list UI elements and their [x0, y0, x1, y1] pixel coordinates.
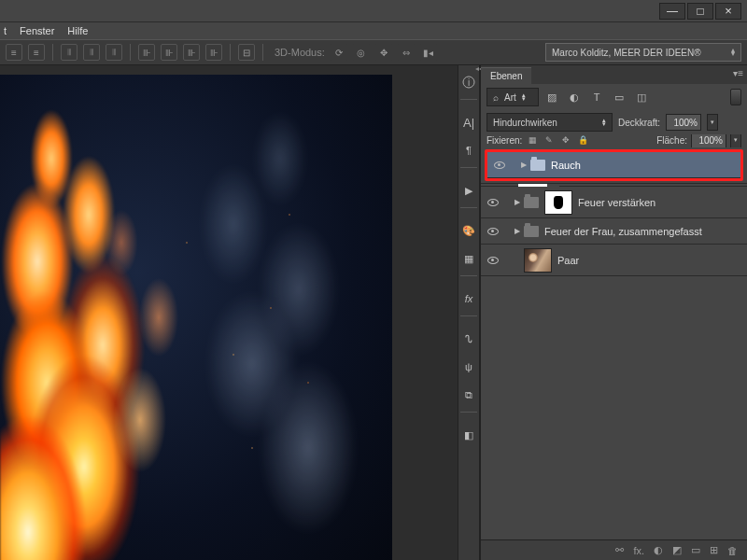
- distribute-icon-5[interactable]: ⊪: [161, 44, 177, 61]
- layer-name: Paar: [557, 255, 579, 266]
- layer-group-feuer-frau[interactable]: ▶ Feuer der Frau, zusammengefasst: [481, 218, 747, 245]
- eye-icon: [487, 228, 499, 235]
- paragraph-panel-icon[interactable]: ¶: [459, 141, 478, 160]
- filter-type-icon[interactable]: T: [587, 88, 606, 106]
- workspace-dropdown[interactable]: Marco Kolditz, MEER DER IDEEN® ▴▾: [545, 43, 741, 62]
- lock-pixels-icon[interactable]: ▦: [526, 134, 539, 147]
- info-panel-icon[interactable]: i: [459, 73, 478, 91]
- separator: [130, 44, 131, 61]
- slide-icon[interactable]: ⇔: [398, 44, 415, 61]
- color-panel-icon[interactable]: 🎨: [459, 221, 478, 240]
- blend-mode-value: Hindurchwirken: [493, 118, 557, 128]
- swatches-panel-icon[interactable]: ▦: [459, 249, 478, 268]
- orbit-icon[interactable]: ⟳: [331, 44, 347, 61]
- folder-icon: [530, 160, 545, 171]
- separator: [460, 315, 477, 316]
- search-icon: ⌕: [493, 92, 499, 103]
- opacity-label: Deckkraft:: [618, 118, 660, 128]
- separator: [230, 44, 231, 61]
- align-icon-1[interactable]: ≡: [6, 44, 22, 61]
- fill-value[interactable]: 100%: [691, 134, 726, 147]
- brush-panel-icon[interactable]: ᔐ: [459, 329, 478, 348]
- separator: [460, 275, 477, 276]
- menu-item-truncated[interactable]: t: [4, 25, 7, 36]
- options-bar: ≡ ≡ ⫴ ⫴ ⫴ ⊪ ⊪ ⊪ ⊪ ⊟ 3D-Modus: ⟳ ◎ ✥ ⇔ ▮◂…: [0, 39, 747, 65]
- filter-toggle[interactable]: [730, 89, 741, 105]
- folder-icon: [524, 226, 539, 237]
- fill-flyout-icon[interactable]: ▾: [730, 134, 741, 147]
- new-layer-icon[interactable]: ⊞: [710, 544, 718, 556]
- roll-icon[interactable]: ◎: [353, 44, 370, 61]
- separator: [52, 44, 53, 61]
- main-area: ◂◂ i A| ¶ ▶ 🎨 ▦ fx ᔐ ψ ⧉ ◧ Ebenen ▾≡ ⌕ A…: [0, 65, 747, 560]
- document-canvas[interactable]: [0, 75, 392, 560]
- visibility-toggle[interactable]: [491, 161, 508, 169]
- layer-name: Feuer der Frau, zusammengefasst: [544, 226, 702, 237]
- filter-kind-dropdown[interactable]: ⌕ Art ▴▾: [486, 88, 539, 106]
- filter-adjust-icon[interactable]: ◐: [565, 88, 584, 106]
- add-mask-icon[interactable]: ◐: [654, 544, 663, 556]
- distribute-icon-4[interactable]: ⊪: [138, 44, 155, 61]
- new-group-icon[interactable]: ▭: [691, 544, 700, 556]
- mask-thumbnail[interactable]: [544, 190, 572, 215]
- layer-thumbnail[interactable]: [524, 248, 552, 273]
- chevron-updown-icon: ▴▾: [602, 119, 606, 126]
- separator: [460, 167, 477, 168]
- menu-item-hilfe[interactable]: Hilfe: [67, 25, 88, 36]
- distribute-icon-7[interactable]: ⊪: [205, 44, 222, 61]
- separator: [262, 44, 263, 61]
- svg-text:i: i: [468, 77, 470, 88]
- maximize-button[interactable]: □: [687, 3, 713, 20]
- distribute-icon-2[interactable]: ⫴: [83, 44, 100, 61]
- minimize-button[interactable]: —: [659, 3, 685, 20]
- layer-group-rauch[interactable]: ▶ Rauch: [487, 152, 740, 178]
- link-layers-icon[interactable]: ⚯: [615, 544, 624, 556]
- disclosure-icon[interactable]: ▶: [521, 161, 530, 169]
- close-button[interactable]: ×: [715, 3, 741, 20]
- fx-icon[interactable]: fx.: [633, 545, 644, 556]
- separator: [460, 412, 477, 413]
- visibility-toggle[interactable]: [485, 228, 501, 235]
- filter-kind-label: Art: [504, 92, 516, 103]
- panel-menu-icon[interactable]: ▾≡: [733, 68, 743, 78]
- lock-position-icon[interactable]: ✥: [559, 134, 572, 147]
- distribute-icon-6[interactable]: ⊪: [183, 44, 200, 61]
- filter-shape-icon[interactable]: ▭: [610, 88, 628, 106]
- play-panel-icon[interactable]: ▶: [459, 181, 478, 200]
- filter-pixel-icon[interactable]: ▨: [543, 88, 561, 106]
- highlight-annotation: ▶ Rauch: [485, 149, 743, 181]
- folder-icon: [524, 197, 539, 208]
- layers-flyout-icon[interactable]: ◧: [459, 426, 478, 444]
- distribute-icon-3[interactable]: ⫴: [106, 44, 122, 61]
- menu-item-fenster[interactable]: Fenster: [20, 25, 54, 36]
- styles-panel-icon[interactable]: fx: [459, 289, 478, 308]
- chevron-updown-icon: ▴▾: [522, 93, 526, 101]
- brush-settings-icon[interactable]: ψ: [459, 357, 478, 376]
- lock-all-icon[interactable]: 🔒: [576, 134, 589, 147]
- camera-icon[interactable]: ▮◂: [420, 44, 437, 61]
- layers-panel-footer: ⚯ fx. ◐ ◩ ▭ ⊞ 🗑: [481, 539, 747, 560]
- lock-brush-icon[interactable]: ✎: [543, 134, 556, 147]
- disclosure-icon[interactable]: ▶: [514, 227, 524, 235]
- blend-mode-dropdown[interactable]: Hindurchwirken ▴▾: [486, 113, 613, 132]
- visibility-toggle[interactable]: [485, 199, 501, 206]
- align-icon-2[interactable]: ≡: [28, 44, 45, 61]
- layer-group-feuer-verstaerken[interactable]: ▶ Feuer verstärken: [481, 187, 747, 218]
- distribute-icon-1[interactable]: ⫴: [61, 44, 78, 61]
- layer-paar[interactable]: ▶ Paar: [481, 245, 747, 276]
- clone-source-icon[interactable]: ⧉: [459, 385, 478, 404]
- opacity-flyout-icon[interactable]: ▾: [707, 114, 718, 131]
- visibility-toggle[interactable]: [485, 257, 501, 264]
- eye-icon: [487, 257, 499, 264]
- tab-ebenen[interactable]: Ebenen: [481, 67, 531, 84]
- delete-layer-icon[interactable]: 🗑: [727, 545, 738, 556]
- pan-icon[interactable]: ✥: [375, 44, 392, 61]
- opacity-value[interactable]: 100%: [666, 114, 701, 131]
- fill-label: Fläche:: [656, 135, 687, 146]
- adjustment-layer-icon[interactable]: ◩: [672, 544, 682, 556]
- character-panel-icon[interactable]: A|: [459, 113, 478, 132]
- auto-align-icon[interactable]: ⊟: [238, 44, 255, 61]
- disclosure-icon[interactable]: ▶: [514, 198, 524, 206]
- filter-smart-icon[interactable]: ◫: [632, 88, 651, 106]
- sparks-render: [0, 75, 392, 560]
